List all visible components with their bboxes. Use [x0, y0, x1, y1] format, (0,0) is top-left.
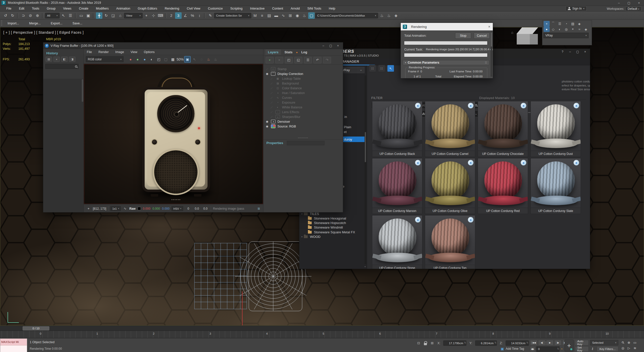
menu-item[interactable]: Tools	[28, 7, 43, 10]
schematic-view[interactable]: ⊞	[287, 12, 294, 19]
pan-view[interactable]: ≋	[632, 345, 638, 351]
channel-dropdown[interactable]: RGB color	[86, 56, 124, 62]
render-production[interactable]: ♨	[379, 12, 385, 19]
history-ab-horizontal[interactable]: ◧	[61, 57, 68, 62]
vfb-title-bar[interactable]: V V-Ray Frame Buffer - [100.0% of 1200 x…	[43, 42, 343, 49]
space-warps-category[interactable]: ≈	[576, 26, 582, 32]
vfb-menu-item[interactable]: Render	[98, 50, 109, 54]
menu-item[interactable]: Create	[75, 7, 92, 10]
expand-arrow-icon[interactable]: ▸	[300, 235, 304, 238]
viewport-label[interactable]: [ + ] [ Perspective ] [ Standard ] [ Edg…	[3, 30, 84, 34]
vfb-menu-item[interactable]: Options	[144, 50, 155, 54]
key-mode-toggle[interactable]: ◀▶	[530, 346, 535, 352]
save-image[interactable]: ◰	[155, 56, 162, 63]
separator[interactable]	[204, 13, 206, 18]
menu-item[interactable]: Civil View	[183, 7, 204, 10]
key-filters-button[interactable]: Key Filters...	[597, 346, 618, 352]
rendering-dialog-title-bar[interactable]: 3 Rendering ×	[401, 23, 493, 30]
align[interactable]: ≡	[259, 12, 265, 19]
panel-splitter[interactable]: ▪▪▪▪▪▪▪▪	[263, 137, 343, 139]
history-thumbnails[interactable]: ▤	[46, 57, 52, 62]
tree-item-fragment[interactable]: Plain	[344, 125, 351, 129]
scroll-down-icon[interactable]: ⌄	[364, 265, 366, 268]
field-of-view[interactable]: ▷	[626, 345, 632, 351]
track-mouse-while-rendering[interactable]: ▣	[184, 56, 191, 63]
menu-item[interactable]: Help	[325, 7, 339, 10]
rendered-frame-window[interactable]: ▢	[308, 12, 315, 19]
auto-key-button[interactable]: Auto Key	[575, 340, 589, 345]
grid-view[interactable]: ∷	[369, 65, 376, 72]
material-card[interactable]: ◈ UP Cotton Corduroy Red	[478, 158, 528, 214]
material-editor[interactable]: ◉	[294, 12, 301, 19]
keyboard-shortcut-override[interactable]: ⌨	[157, 12, 164, 19]
shapes-category[interactable]: ◇	[550, 26, 556, 32]
display-tab[interactable]: ▤	[570, 21, 576, 26]
set-keys-button[interactable]: +	[565, 339, 574, 351]
snaps-toggle-3d[interactable]: 3	[175, 12, 182, 19]
next-frame[interactable]: |▶	[554, 340, 562, 345]
common-parameters-rollout[interactable]: ▾ Common Parameters ⠿	[403, 60, 489, 65]
select-and-move[interactable]: ╋	[96, 12, 102, 19]
zoom-extents-all[interactable]: ⊕	[626, 340, 632, 345]
unlink-selection[interactable]: ⊘	[27, 12, 34, 19]
vfb-layer-row[interactable]: ◉ ∕ ◑ Denoiser	[263, 119, 343, 124]
layer-disabled-icon[interactable]: ∕	[271, 101, 273, 104]
coordinate-display-icon[interactable]: ⊞	[430, 341, 434, 345]
toolbar-command[interactable]: Save...	[72, 22, 82, 25]
named-selection-sets-dropdown[interactable]: Create Selection Se	[214, 13, 251, 18]
properties-header[interactable]: Properties	[263, 141, 283, 145]
percent-snap-toggle[interactable]: %	[189, 12, 196, 19]
menu-item[interactable]: Interactive	[246, 7, 268, 10]
material-thumbnail[interactable]: ◈	[372, 101, 422, 151]
separator[interactable]	[75, 13, 77, 18]
layer-disabled-icon[interactable]: ∕	[266, 68, 268, 71]
color-curve-icon[interactable]: ∿	[123, 206, 127, 211]
viewcube-home-icon[interactable]: ⌂	[511, 30, 513, 34]
tab-layers[interactable]: Layers	[265, 50, 281, 55]
menu-item[interactable]: Group	[43, 7, 59, 10]
utilities-tab[interactable]: ◈	[576, 21, 582, 26]
toolbar-command[interactable]: Export...	[51, 22, 63, 25]
tree-item[interactable]: ▸ WOOD	[299, 234, 365, 239]
save-layer-tree[interactable]: ◰	[285, 57, 293, 63]
orbit-viewport[interactable]: ◌	[620, 351, 626, 352]
layer-disabled-icon[interactable]: ∕	[271, 96, 273, 99]
separator[interactable]	[17, 13, 19, 18]
select-and-manipulate[interactable]: ⊹	[150, 12, 157, 19]
select-and-rotate[interactable]: ↻	[103, 12, 109, 19]
separator[interactable]	[42, 13, 44, 18]
vfb-layer-row[interactable]: ◉ ∕ ◐ White Balance	[263, 105, 343, 110]
selection-filter-dropdown[interactable]: All	[45, 13, 60, 18]
motion-tab[interactable]: ◔	[563, 21, 569, 26]
menu-item[interactable]: Rendering	[161, 7, 183, 10]
helpers-category[interactable]: ⌖	[570, 26, 576, 32]
history-scrollbar[interactable]	[82, 79, 83, 102]
material-card[interactable]: ◈ UP Cotton Corduroy Tan	[425, 215, 475, 269]
layer-visibility-eye-icon[interactable]: ◉	[266, 125, 268, 128]
previous-frame[interactable]: ◀|	[538, 340, 546, 345]
tab-stats[interactable]: Stats	[282, 50, 295, 55]
layer-disabled-icon[interactable]: ∕	[271, 115, 273, 118]
window-minimize[interactable]: –	[614, 0, 624, 6]
maximize-viewport-toggle[interactable]: ◱	[626, 351, 632, 352]
vfb-maximize[interactable]: ▢	[329, 44, 332, 48]
follow-mouse[interactable]: ↖	[191, 56, 198, 63]
separator[interactable]	[93, 13, 95, 18]
pixel-ratio-dropdown[interactable]: 1x1	[110, 206, 121, 211]
tree-item[interactable]: ▸ Stoneware Hexagonal	[299, 216, 365, 221]
material-card[interactable]: ◈ UP Cotton Corduroy Black	[372, 101, 422, 157]
cancel-button[interactable]: Cancel	[474, 32, 490, 39]
curve-editor[interactable]: ∿	[280, 12, 287, 19]
close-icon[interactable]: ×	[488, 25, 490, 29]
vfb-layer-row[interactable]: ◉ ∕ ▦ Lookup Table	[263, 76, 343, 81]
material-thumbnail[interactable]: ◈	[372, 215, 422, 265]
tree-item[interactable]: ▸ Stoneware Windmill	[299, 225, 365, 230]
vfb-minimize[interactable]: –	[323, 44, 324, 48]
vfb-layer-row[interactable]: ◉ ∕ ◑ Hue / Saturation	[263, 91, 343, 95]
menu-item[interactable]: Graph Editors	[134, 7, 161, 10]
tree-scrollbar[interactable]	[365, 75, 366, 264]
clear-image[interactable]: ▢	[163, 56, 169, 63]
y-coordinate-field[interactable]: 6.2814cm	[475, 340, 497, 346]
layer-disabled-icon[interactable]: ∕	[271, 106, 273, 109]
layer-disabled-icon[interactable]: ∕	[271, 87, 273, 90]
